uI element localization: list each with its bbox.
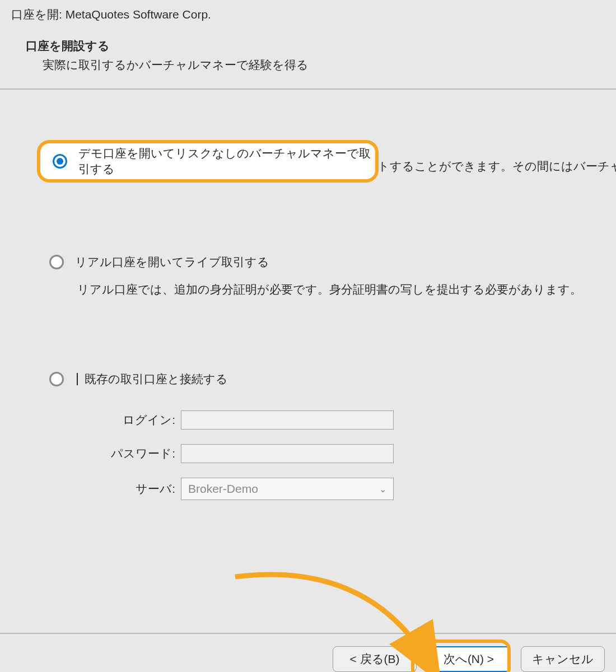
server-selected-value: Broker-Demo — [188, 482, 258, 496]
server-select[interactable]: Broker-Demo ⌄ — [181, 478, 394, 500]
option-real-description: リアル口座では、追加の身分証明が必要です。身分証明書の写しを提出する必要がありま… — [49, 280, 616, 299]
option-real: リアル口座を開いてライブ取引する リアル口座では、追加の身分証明が必要です。身分… — [0, 254, 616, 299]
text-cursor — [77, 373, 78, 385]
server-label: サーバ: — [77, 481, 181, 497]
chevron-down-icon: ⌄ — [379, 484, 386, 494]
login-row: ログイン: — [77, 410, 616, 430]
option-existing: 既存の取引口座と接続する ログイン: パスワード: サーバ: Broker-De… — [0, 371, 616, 500]
radio-existing[interactable] — [49, 372, 64, 386]
cancel-button[interactable]: キャンセル — [521, 646, 605, 672]
radio-demo[interactable] — [53, 154, 67, 169]
option-real-label: リアル口座を開いてライブ取引する — [75, 254, 269, 270]
dialog-window: 口座を開: MetaQuotes Software Corp. 口座を開設する … — [0, 0, 616, 672]
password-row: パスワード: — [77, 444, 616, 463]
password-label: パスワード: — [77, 446, 181, 461]
option-demo: デモ口座を開いてリスクなしのバーチャルマネーで取引する デモ口座では、証券取引所… — [0, 157, 616, 176]
content-area: デモ口座を開いてリスクなしのバーチャルマネーで取引する デモ口座では、証券取引所… — [0, 90, 616, 633]
highlight-demo-annotation: デモ口座を開いてリスクなしのバーチャルマネーで取引する — [37, 140, 379, 183]
header-subtitle: 実際に取引するかバーチャルマネーで経験を得る — [26, 57, 605, 73]
existing-form: ログイン: パスワード: サーバ: Broker-Demo ⌄ — [49, 397, 616, 500]
option-existing-label: 既存の取引口座と接続する — [85, 371, 228, 387]
login-label: ログイン: — [77, 412, 181, 428]
next-button[interactable]: 次へ(N) > — [427, 646, 511, 672]
password-input[interactable] — [181, 444, 394, 463]
login-input[interactable] — [181, 410, 394, 430]
back-button[interactable]: < 戻る(B) — [333, 646, 417, 672]
footer-buttons: < 戻る(B) 次へ(N) > キャンセル — [0, 633, 616, 672]
radio-real[interactable] — [49, 255, 64, 269]
option-real-row[interactable]: リアル口座を開いてライブ取引する — [49, 254, 616, 270]
header-section: 口座を開設する 実際に取引するかバーチャルマネーで経験を得る — [0, 28, 616, 90]
server-row: サーバ: Broker-Demo ⌄ — [77, 478, 616, 500]
window-title: 口座を開: MetaQuotes Software Corp. — [0, 0, 616, 28]
option-existing-row[interactable]: 既存の取引口座と接続する — [49, 371, 616, 387]
header-title: 口座を開設する — [26, 38, 605, 54]
option-demo-label: デモ口座を開いてリスクなしのバーチャルマネーで取引する — [78, 146, 375, 177]
